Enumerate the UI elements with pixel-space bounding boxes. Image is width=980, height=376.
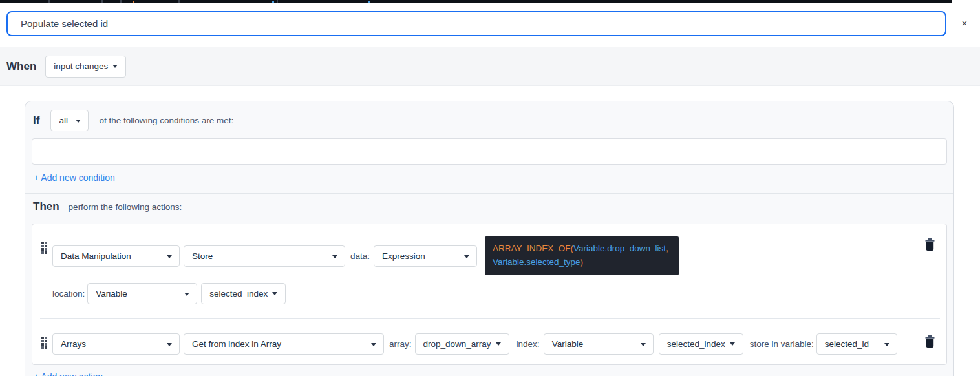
drag-handle-icon[interactable] xyxy=(41,337,48,350)
chevron-down-icon xyxy=(332,255,337,258)
section-divider xyxy=(25,193,953,194)
tab-separator xyxy=(48,0,50,3)
expression-arg1-token: Variable.drop_down_list xyxy=(573,244,666,253)
drag-handle-icon[interactable] xyxy=(41,242,48,255)
index-variable-dropdown[interactable]: selected_index xyxy=(659,333,743,355)
when-event-value: input changes xyxy=(54,61,108,71)
array-variable-dropdown[interactable]: drop_down_array xyxy=(415,333,509,355)
location-variable-dropdown[interactable]: selected_index xyxy=(201,283,286,304)
action-operation-select[interactable]: Get from index in Array xyxy=(184,333,384,355)
index-variable-value: selected_index xyxy=(667,339,725,349)
then-label: Then xyxy=(33,200,59,213)
tab-separator xyxy=(120,0,122,3)
tab-favicon-speck xyxy=(133,1,134,3)
chevron-down-icon xyxy=(112,65,118,68)
tab-separator xyxy=(101,0,103,3)
chevron-down-icon xyxy=(730,342,735,346)
action-operation-select[interactable]: Store xyxy=(184,245,345,267)
delete-action-icon[interactable] xyxy=(925,335,935,350)
if-label: If xyxy=(33,114,39,127)
if-row: If all of the following conditions are m… xyxy=(33,110,233,131)
condition-match-value: all xyxy=(59,116,68,125)
if-suffix-text: of the following conditions are met: xyxy=(99,116,233,125)
actions-card: Data Manipulation Store data: Expression… xyxy=(32,224,947,365)
chevron-down-icon xyxy=(371,343,376,346)
expression-comma-token: , xyxy=(666,244,668,253)
add-action-button[interactable]: + Add new action xyxy=(34,371,103,376)
then-suffix-text: perform the following actions: xyxy=(69,202,182,212)
expression-code-editor[interactable]: ARRAY_INDEX_OF(Variable.drop_down_list, … xyxy=(485,236,679,275)
add-condition-button[interactable]: + Add new condition xyxy=(34,172,115,183)
expression-close-paren-token: ) xyxy=(581,257,584,267)
location-variable-value: selected_index xyxy=(209,289,268,298)
index-field-label: index: xyxy=(517,339,540,349)
location-type-value: Variable xyxy=(96,289,127,298)
array-field-label: array: xyxy=(389,339,412,349)
action-category-value: Arrays xyxy=(61,339,86,349)
tab-favicon-speck xyxy=(368,1,370,3)
when-event-dropdown[interactable]: input changes xyxy=(45,56,126,78)
action-row-1-line-2: location: Variable selected_index xyxy=(52,283,286,304)
then-row: Then perform the following actions: xyxy=(33,200,182,213)
location-type-select[interactable]: Variable xyxy=(87,283,197,304)
action-category-select[interactable]: Arrays xyxy=(52,333,180,355)
action-operation-value: Store xyxy=(192,251,213,261)
delete-action-icon[interactable] xyxy=(925,238,935,253)
chevron-down-icon xyxy=(464,255,469,258)
action-operation-value: Get from index in Array xyxy=(192,339,281,349)
array-variable-value: drop_down_array xyxy=(423,339,491,349)
data-type-select[interactable]: Expression xyxy=(374,245,477,267)
location-field-label: location: xyxy=(52,289,85,298)
rule-panel: If all of the following conditions are m… xyxy=(25,101,954,376)
store-variable-value: selected_id xyxy=(825,339,869,349)
browser-tab-strip xyxy=(0,0,952,3)
data-field-label: data: xyxy=(350,251,370,261)
chevron-down-icon xyxy=(272,292,277,295)
chevron-down-icon xyxy=(167,255,172,258)
expression-function-token: ARRAY_INDEX_OF( xyxy=(493,244,573,253)
expression-arg2-token: Variable.selected_type xyxy=(493,257,581,267)
data-type-value: Expression xyxy=(382,251,425,261)
index-type-select[interactable]: Variable xyxy=(544,333,654,355)
chevron-down-icon xyxy=(184,293,189,296)
action-category-select[interactable]: Data Manipulation xyxy=(52,245,180,267)
tab-separator xyxy=(178,0,180,3)
close-icon[interactable]: × xyxy=(957,16,972,30)
chevron-down-icon xyxy=(884,343,889,346)
action-category-value: Data Manipulation xyxy=(61,251,131,261)
chevron-down-icon xyxy=(496,342,501,346)
when-row: When input changes xyxy=(0,47,980,86)
chevron-down-icon xyxy=(167,343,172,346)
tab-separator xyxy=(277,0,278,3)
empty-condition-box[interactable] xyxy=(32,138,947,165)
tab-favicon-speck xyxy=(272,1,274,3)
when-label: When xyxy=(6,60,36,73)
event-name-input[interactable] xyxy=(6,11,946,36)
chevron-down-icon xyxy=(641,343,646,346)
chevron-down-icon xyxy=(76,120,81,123)
action-divider xyxy=(40,318,940,319)
store-variable-select[interactable]: selected_id xyxy=(816,333,897,355)
action-row-2: Arrays Get from index in Array array: dr… xyxy=(52,333,897,355)
condition-match-dropdown[interactable]: all xyxy=(50,110,89,131)
action-row-1-line-1: Data Manipulation Store data: Expression xyxy=(52,245,477,267)
index-type-value: Variable xyxy=(552,339,584,349)
store-in-variable-label: store in variable: xyxy=(750,339,814,349)
